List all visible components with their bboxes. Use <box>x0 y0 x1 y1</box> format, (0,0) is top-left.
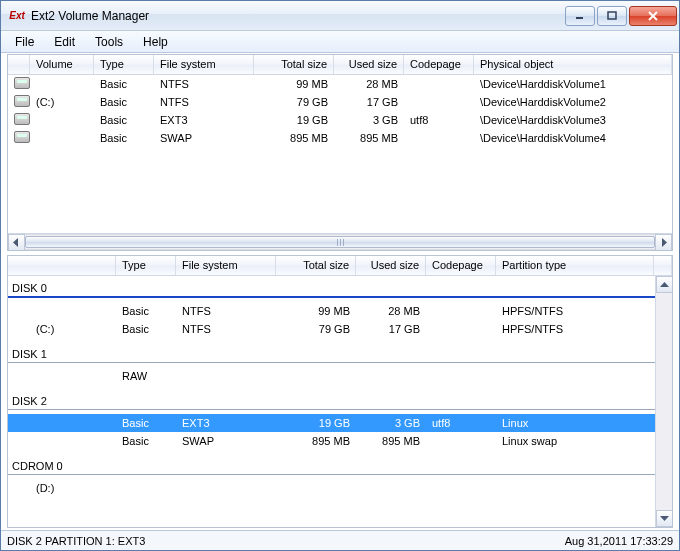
window-title: Ext2 Volume Manager <box>31 9 565 23</box>
minimize-button[interactable] <box>565 6 595 26</box>
cell-total: 895 MB <box>254 132 334 144</box>
cell-total: 99 MB <box>254 78 334 90</box>
disk-list-panel: Type File system Total size Used size Co… <box>7 255 673 528</box>
cell-used: 17 GB <box>334 96 404 108</box>
cell-total: 19 GB <box>254 114 334 126</box>
cell-partition-type: HPFS/NTFS <box>496 305 655 317</box>
horizontal-scrollbar[interactable] <box>8 233 672 250</box>
volume-row[interactable]: BasicNTFS99 MB28 MB\Device\HarddiskVolum… <box>8 75 672 93</box>
col-used-size[interactable]: Used size <box>356 256 426 275</box>
partition-row[interactable]: BasicEXT319 GB3 GButf8Linux <box>8 414 655 432</box>
cell-partition-type: Linux swap <box>496 435 655 447</box>
cell-volume: (D:) <box>30 482 116 494</box>
scroll-track[interactable] <box>25 234 655 250</box>
col-icon[interactable] <box>8 55 30 74</box>
client-area: Volume Type File system Total size Used … <box>7 54 673 528</box>
col-spacer[interactable] <box>8 256 116 275</box>
cell-used: 28 MB <box>356 305 426 317</box>
disk-separator <box>8 296 655 298</box>
col-partition-type[interactable]: Partition type <box>496 256 654 275</box>
col-used-size[interactable]: Used size <box>334 55 404 74</box>
disk-group: DISK 1RAW <box>8 346 655 385</box>
volume-row[interactable]: (C:)BasicNTFS79 GB17 GB\Device\HarddiskV… <box>8 93 672 111</box>
cell-filesystem: NTFS <box>154 96 254 108</box>
volume-row[interactable]: BasicEXT319 GB3 GButf8\Device\HarddiskVo… <box>8 111 672 129</box>
cell-type: Basic <box>116 305 176 317</box>
cell-type: Basic <box>116 417 176 429</box>
cell-total: 99 MB <box>276 305 356 317</box>
cell-type: Basic <box>116 323 176 335</box>
scroll-up-button[interactable] <box>656 276 673 293</box>
cell-volume: (C:) <box>30 323 116 335</box>
partition-row[interactable]: (D:) <box>8 479 655 497</box>
volume-list-body: BasicNTFS99 MB28 MB\Device\HarddiskVolum… <box>8 75 672 233</box>
status-datetime: Aug 31,2011 17:33:29 <box>565 535 673 547</box>
close-button[interactable] <box>629 6 677 26</box>
menu-file[interactable]: File <box>5 32 44 52</box>
cell-filesystem: EXT3 <box>176 417 276 429</box>
cell-type: Basic <box>94 96 154 108</box>
vertical-scrollbar[interactable] <box>655 276 672 527</box>
cell-filesystem: NTFS <box>176 305 276 317</box>
col-codepage[interactable]: Codepage <box>404 55 474 74</box>
disk-list-header: Type File system Total size Used size Co… <box>8 256 672 276</box>
svg-marker-5 <box>662 238 667 247</box>
disk-group: DISK 2BasicEXT319 GB3 GButf8LinuxBasicSW… <box>8 393 655 450</box>
partition-row[interactable]: BasicNTFS99 MB28 MBHPFS/NTFS <box>8 302 655 320</box>
cell-used: 3 GB <box>356 417 426 429</box>
disk-separator <box>8 474 655 475</box>
drive-icon <box>8 95 30 109</box>
menu-tools[interactable]: Tools <box>85 32 133 52</box>
disk-label: DISK 1 <box>8 346 655 360</box>
cell-partition-type: HPFS/NTFS <box>496 323 655 335</box>
col-total-size[interactable]: Total size <box>276 256 356 275</box>
cell-used: 895 MB <box>356 435 426 447</box>
cell-filesystem: NTFS <box>154 78 254 90</box>
col-filesystem[interactable]: File system <box>176 256 276 275</box>
col-total-size[interactable]: Total size <box>254 55 334 74</box>
col-type[interactable]: Type <box>94 55 154 74</box>
cell-filesystem: SWAP <box>176 435 276 447</box>
volume-list-panel: Volume Type File system Total size Used … <box>7 54 673 251</box>
cell-type: Basic <box>94 132 154 144</box>
cell-type: RAW <box>116 370 176 382</box>
maximize-button[interactable] <box>597 6 627 26</box>
cell-used: 895 MB <box>334 132 404 144</box>
volume-row[interactable]: BasicSWAP895 MB895 MB\Device\HarddiskVol… <box>8 129 672 147</box>
disk-label: CDROM 0 <box>8 458 655 472</box>
scroll-track[interactable] <box>656 293 672 510</box>
col-filesystem[interactable]: File system <box>154 55 254 74</box>
cell-codepage: utf8 <box>404 114 474 126</box>
cell-total: 895 MB <box>276 435 356 447</box>
volume-list-header: Volume Type File system Total size Used … <box>8 55 672 75</box>
menu-help[interactable]: Help <box>133 32 178 52</box>
col-type[interactable]: Type <box>116 256 176 275</box>
scroll-thumb[interactable] <box>25 236 655 248</box>
cell-type: Basic <box>116 435 176 447</box>
cell-codepage: utf8 <box>426 417 496 429</box>
partition-row[interactable]: RAW <box>8 367 655 385</box>
cell-used: 28 MB <box>334 78 404 90</box>
col-codepage[interactable]: Codepage <box>426 256 496 275</box>
col-volume[interactable]: Volume <box>30 55 94 74</box>
partition-row[interactable]: (C:)BasicNTFS79 GB17 GBHPFS/NTFS <box>8 320 655 338</box>
menubar: File Edit Tools Help <box>1 31 679 53</box>
scroll-right-button[interactable] <box>655 234 672 251</box>
window-controls <box>565 6 677 26</box>
menu-edit[interactable]: Edit <box>44 32 85 52</box>
partition-row[interactable]: BasicSWAP895 MB895 MBLinux swap <box>8 432 655 450</box>
col-physical-object[interactable]: Physical object <box>474 55 672 74</box>
disk-label: DISK 0 <box>8 280 655 294</box>
cell-filesystem: SWAP <box>154 132 254 144</box>
disk-label: DISK 2 <box>8 393 655 407</box>
cell-physical: \Device\HarddiskVolume2 <box>474 96 672 108</box>
cell-used: 17 GB <box>356 323 426 335</box>
scroll-down-button[interactable] <box>656 510 673 527</box>
disk-group: DISK 0BasicNTFS99 MB28 MBHPFS/NTFS(C:)Ba… <box>8 280 655 338</box>
app-icon: Ext <box>9 8 25 24</box>
cell-filesystem: NTFS <box>176 323 276 335</box>
cell-physical: \Device\HarddiskVolume4 <box>474 132 672 144</box>
svg-marker-4 <box>13 238 18 247</box>
svg-marker-6 <box>660 282 669 287</box>
scroll-left-button[interactable] <box>8 234 25 251</box>
